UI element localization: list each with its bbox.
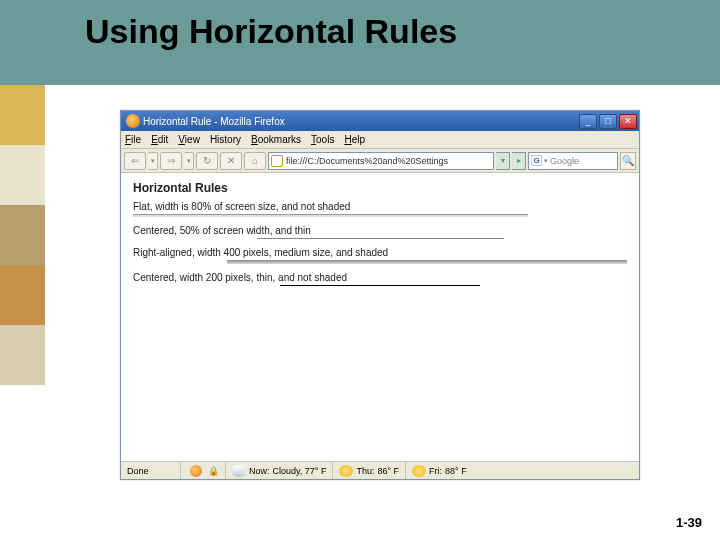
sun-icon xyxy=(339,465,353,477)
hr-desc-4: Centered, width 200 pixels, thin, and no… xyxy=(133,272,627,283)
hr-desc-3: Right-aligned, width 400 pixels, medium … xyxy=(133,247,627,258)
hr-desc-1: Flat, width is 80% of screen size, and n… xyxy=(133,201,627,212)
menu-file[interactable]: File xyxy=(125,134,141,145)
hr-4 xyxy=(280,285,480,286)
status-done: Done xyxy=(121,462,181,479)
menu-tools[interactable]: Tools xyxy=(311,134,334,145)
stripe-seg xyxy=(0,325,45,385)
stripe-seg xyxy=(0,85,45,145)
menu-edit[interactable]: Edit xyxy=(151,134,168,145)
hr-1 xyxy=(133,214,528,217)
window-title: Horizontal Rule - Mozilla Firefox xyxy=(143,116,579,127)
statusbar: Done 🔒 Now: Cloudy, 77° F Thu: 86° F Fri… xyxy=(121,461,639,479)
url-dropdown[interactable]: ▾ xyxy=(496,152,510,170)
close-button[interactable]: ✕ xyxy=(619,114,637,129)
google-icon: G xyxy=(531,155,542,166)
search-go-button[interactable]: 🔍 xyxy=(620,152,636,170)
back-button[interactable]: ⇐ xyxy=(124,152,146,170)
menu-help[interactable]: Help xyxy=(344,134,365,145)
menu-bookmarks[interactable]: Bookmarks xyxy=(251,134,301,145)
weather-now[interactable]: Now: Cloudy, 77° F xyxy=(226,462,333,479)
sun-icon xyxy=(412,465,426,477)
search-placeholder: Google xyxy=(550,156,579,166)
reload-button[interactable]: ↻ xyxy=(196,152,218,170)
minimize-button[interactable]: _ xyxy=(579,114,597,129)
go-button[interactable]: ▸ xyxy=(512,152,526,170)
maximize-button[interactable]: □ xyxy=(599,114,617,129)
browser-window: Horizontal Rule - Mozilla Firefox _ □ ✕ … xyxy=(120,110,640,480)
menubar: File Edit View History Bookmarks Tools H… xyxy=(121,131,639,149)
stripe-seg xyxy=(0,265,45,325)
forward-button[interactable]: ⇒ xyxy=(160,152,182,170)
side-stripe xyxy=(0,85,45,385)
nav-toolbar: ⇐ ▾ ⇒ ▾ ↻ ✕ ⌂ file:///C:/Documents%20and… xyxy=(121,149,639,173)
hr-desc-2: Centered, 50% of screen width, and thin xyxy=(133,225,627,236)
hr-2 xyxy=(257,238,504,239)
stop-button[interactable]: ✕ xyxy=(220,152,242,170)
home-button[interactable]: ⌂ xyxy=(244,152,266,170)
page-number: 1-39 xyxy=(676,515,702,530)
stripe-seg xyxy=(0,145,45,205)
search-input[interactable]: G ▾ Google xyxy=(528,152,618,170)
firefox-icon xyxy=(190,465,202,477)
weather-thu[interactable]: Thu: 86° F xyxy=(333,462,406,479)
slide-title: Using Horizontal Rules xyxy=(85,12,457,51)
url-input[interactable]: file:///C:/Documents%20and%20Settings xyxy=(268,152,494,170)
back-dropdown[interactable]: ▾ xyxy=(148,152,158,170)
slide-header: Using Horizontal Rules xyxy=(0,0,720,85)
page-heading: Horizontal Rules xyxy=(133,181,627,195)
titlebar[interactable]: Horizontal Rule - Mozilla Firefox _ □ ✕ xyxy=(121,111,639,131)
firefox-icon xyxy=(126,114,140,128)
hr-3 xyxy=(227,260,627,264)
menu-view[interactable]: View xyxy=(178,134,200,145)
forward-dropdown[interactable]: ▾ xyxy=(184,152,194,170)
lock-icon: 🔒 xyxy=(208,466,219,476)
cloud-icon xyxy=(232,465,246,477)
page-content: Horizontal Rules Flat, width is 80% of s… xyxy=(121,173,639,302)
menu-history[interactable]: History xyxy=(210,134,241,145)
weather-fri[interactable]: Fri: 88° F xyxy=(406,462,473,479)
stripe-seg xyxy=(0,205,45,265)
page-icon xyxy=(271,155,283,167)
url-text: file:///C:/Documents%20and%20Settings xyxy=(286,156,448,166)
status-ext-icons[interactable]: 🔒 xyxy=(181,462,226,479)
